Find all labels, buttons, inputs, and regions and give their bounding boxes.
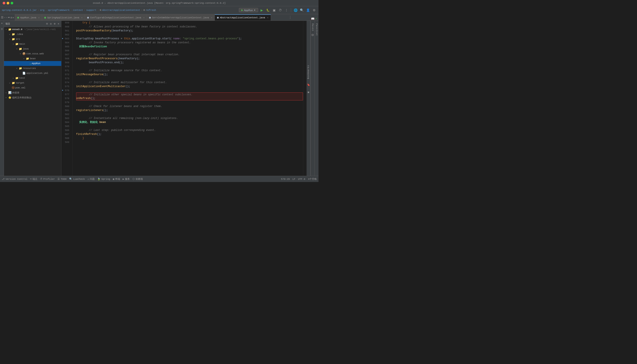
run-button[interactable]: ▶ bbox=[259, 8, 264, 13]
left-sidebar-icon[interactable]: ☰ bbox=[1, 16, 4, 19]
tab-close-abstract[interactable]: ✕ bbox=[267, 16, 268, 19]
passlist-label[interactable]: Passlist bbox=[315, 22, 318, 37]
tree-icon-resources: 📁 bbox=[19, 67, 22, 70]
split-icon[interactable]: ⊟ bbox=[10, 16, 12, 19]
bookmarks-label[interactable]: Bookmarks bbox=[307, 65, 310, 79]
line-number: 580 bbox=[62, 104, 70, 108]
status-indent: 4个空格 bbox=[308, 177, 317, 181]
tree-item-pom[interactable]: Ⓜ pom.xml bbox=[4, 85, 61, 90]
breadcrumb-part-context[interactable]: context bbox=[73, 9, 83, 12]
tree-icon-main: 📁 bbox=[15, 42, 18, 46]
window-controls[interactable] bbox=[3, 2, 13, 4]
tab-configurable[interactable]: ConfigurableApplicationContext.java ✕ bbox=[85, 14, 147, 20]
tab-apprun[interactable]: AppRun.java ✕ bbox=[15, 14, 42, 20]
line-number: 569 bbox=[62, 60, 70, 64]
todo-label: TODO bbox=[60, 178, 66, 180]
tree-item-idea[interactable]: ▸ 📁 .idea bbox=[4, 32, 61, 37]
tree-icon-target: 📁 bbox=[12, 82, 15, 85]
breadcrumb-part-org[interactable]: org bbox=[40, 9, 44, 12]
tree-item-bean[interactable]: ▾ 📁 bean bbox=[4, 56, 61, 61]
tab-abstract[interactable]: AbstractApplicationContext.java ✕ bbox=[215, 14, 271, 20]
sidebar-icon-2[interactable]: ◫ bbox=[0, 27, 4, 30]
status-terminal[interactable]: ▣ 终端 bbox=[113, 177, 120, 181]
close-editor-icon[interactable]: ✕ bbox=[12, 16, 14, 19]
tree-item-main[interactable]: ▾ 📁 main bbox=[4, 42, 61, 46]
line-number: 571 bbox=[62, 68, 70, 72]
translate-button[interactable]: 🌐 bbox=[293, 8, 298, 13]
tree-item-package[interactable]: ▾ 📦 com.ossa.web bbox=[4, 51, 61, 56]
tree-item-src[interactable]: ▾ 📁 src bbox=[4, 37, 61, 42]
status-position: 578:29 bbox=[281, 178, 290, 180]
tab-close-apprun[interactable]: ✕ bbox=[38, 16, 40, 19]
code-editor[interactable]: 559560561562●563564565566567568569570571… bbox=[62, 21, 306, 176]
tree-locate-btn[interactable]: ◎ bbox=[49, 22, 52, 26]
tab-springapp[interactable]: SpringApplication.java ✕ bbox=[42, 14, 85, 20]
status-problems[interactable]: ⚠ 问题 bbox=[88, 177, 95, 181]
code-content[interactable]: try { // Allows post-processing of the b… bbox=[72, 21, 303, 176]
code-line-563: StartupStep beanPostProcess = this.appli… bbox=[76, 37, 303, 41]
breadcrumb-part-method[interactable]: refresh bbox=[146, 9, 156, 12]
left-sidebar-icons: ≡ ◫ bbox=[0, 21, 4, 176]
tabs-more-button[interactable]: ⋮ bbox=[287, 14, 294, 20]
debug-button[interactable]: 🐛 bbox=[265, 8, 270, 13]
sidebar-icon-1[interactable]: ≡ bbox=[0, 22, 4, 25]
user-button[interactable]: 👤 bbox=[305, 8, 310, 13]
line-number: 559 bbox=[62, 21, 70, 25]
tree-item-external[interactable]: ▸ 📊 外部库 bbox=[4, 90, 61, 95]
tree-collapse-btn[interactable]: ⊟ bbox=[46, 22, 48, 26]
minimize-button[interactable] bbox=[7, 2, 9, 4]
coverage-button[interactable]: ▣ bbox=[272, 8, 277, 13]
status-luacheck[interactable]: 🔍 LuaCheck bbox=[69, 178, 85, 180]
search-button[interactable]: 🔍 bbox=[299, 8, 304, 13]
maven-label[interactable]: Maven bbox=[311, 22, 314, 32]
maven-icon[interactable]: Ⓜ bbox=[312, 34, 314, 37]
tree-item-resources[interactable]: ▾ 📁 resources bbox=[4, 66, 61, 71]
tab-close-servlet[interactable]: ✕ bbox=[211, 16, 212, 19]
status-todo[interactable]: ☰ TODO bbox=[58, 178, 66, 180]
tree-item-root[interactable]: ▾ 📁 ossa3.0 ~/java/java/seckill-redi bbox=[4, 27, 61, 32]
status-profiler[interactable]: ⏱ Profiler bbox=[40, 178, 55, 180]
tab-dot-apprun bbox=[17, 17, 19, 18]
settings-button[interactable]: ⚙ bbox=[312, 8, 317, 13]
tree-arrow-external: ▸ bbox=[5, 92, 8, 94]
breadcrumb-part-class[interactable]: AbstractApplicationContext bbox=[102, 9, 140, 12]
close-button[interactable] bbox=[3, 2, 5, 4]
tab-close-springapp[interactable]: ✕ bbox=[81, 16, 82, 19]
tree-close-btn[interactable]: ✕ bbox=[57, 22, 60, 26]
breadcrumb-part-support[interactable]: support bbox=[86, 9, 96, 12]
tree-settings-btn[interactable]: ⚙ bbox=[53, 22, 56, 26]
breadcrumb-part-jar[interactable]: spring-context-6.0.2.jar bbox=[2, 9, 37, 12]
bookmarks-icon1[interactable]: 🔖 bbox=[307, 83, 310, 86]
tree-item-apprun[interactable]: ☕ AppRun bbox=[4, 61, 61, 66]
more-run-button[interactable]: ⋮ bbox=[284, 8, 289, 13]
breadcrumb-part-sf[interactable]: springframework bbox=[48, 9, 70, 12]
status-version-control[interactable]: ⎇ Version Control bbox=[2, 178, 28, 180]
tree-label-test: test bbox=[19, 77, 25, 80]
run-config-label: AppRun bbox=[244, 9, 253, 12]
tree-item-yml[interactable]: 📄 application.yml bbox=[4, 71, 61, 76]
status-dependencies[interactable]: ⬡ 依赖项 bbox=[132, 177, 143, 181]
line-number: 560 bbox=[62, 25, 70, 29]
profile-button[interactable]: ⏱ bbox=[278, 8, 283, 13]
tree-item-scratch[interactable]: ▸ ⭐ 临时文件和控制台 bbox=[4, 95, 61, 100]
run-config-button[interactable]: ▶ AppRun ▼ bbox=[239, 8, 258, 12]
tab-close-configurable[interactable]: ✕ bbox=[143, 16, 144, 19]
reader-mode-icon[interactable]: 📖 bbox=[311, 17, 314, 20]
bookmarks-panel: Bookmarks 🔖 ▣ bbox=[306, 21, 310, 176]
breadcrumb-sep3: › bbox=[70, 9, 72, 12]
recent-files-icon[interactable]: ⏷ bbox=[8, 16, 10, 19]
tree-item-java[interactable]: ▾ 📁 java bbox=[4, 46, 61, 51]
tree-item-test[interactable]: ▸ 📁 test bbox=[4, 76, 61, 80]
tab-label-apprun: AppRun.java bbox=[20, 16, 36, 19]
tab-servlet[interactable]: ServletWebServerApplicationContext.java … bbox=[147, 14, 214, 20]
maximize-button[interactable] bbox=[10, 2, 13, 4]
status-spring[interactable]: 🍃 Spring bbox=[97, 178, 110, 180]
bookmarks-icon2[interactable]: ▣ bbox=[308, 91, 309, 94]
tree-item-target[interactable]: ▸ 📁 target bbox=[4, 80, 61, 85]
nav-fwd-icon[interactable]: → bbox=[6, 16, 8, 19]
status-services[interactable]: ▶ 服务 bbox=[123, 177, 130, 181]
spring-icon: 🍃 bbox=[97, 178, 100, 180]
nav-back-icon[interactable]: ← bbox=[4, 16, 6, 19]
status-endpoints[interactable]: ⌨ 端点 bbox=[30, 177, 38, 181]
tree-header: 项目 ⊟ ◎ ⚙ ✕ bbox=[4, 21, 61, 27]
